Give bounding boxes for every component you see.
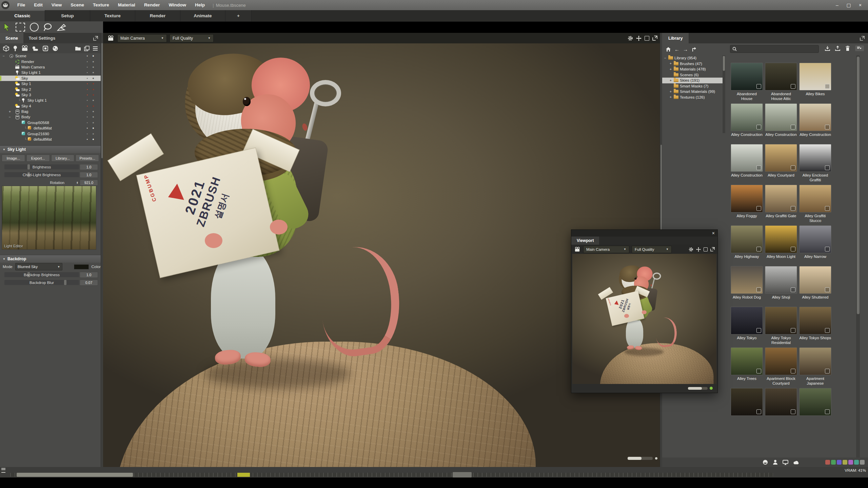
library-tab[interactable]: Library [662,33,689,43]
close-icon[interactable]: × [712,230,717,236]
visibility-toggle[interactable]: ● [91,99,95,102]
library-item[interactable]: Alley Tokyo Residential [765,307,797,346]
slider-thumb[interactable] [27,164,30,169]
visibility-toggle[interactable]: ● [91,126,95,130]
floating-viewport-window[interactable]: × Viewport Main Camera▼ Full Quality▼ [571,229,718,393]
sky-thumbnail[interactable] [731,63,763,90]
visibility-toggle[interactable]: ● [91,65,95,69]
slider-value[interactable]: 1.0 [80,164,98,170]
add-sky-icon[interactable] [32,45,39,52]
menu-item[interactable]: Scene [66,0,88,10]
folder-expander[interactable]: + [669,90,672,94]
sky-light-header[interactable]: ▼ Sky Light [0,145,101,153]
tree-expander[interactable]: − [2,54,5,58]
sky-light-button[interactable]: Image... [2,155,25,162]
sky-light-button[interactable]: Export... [26,155,50,162]
scene-tree-row[interactable]: └ defaultMat ▪ ● [0,137,101,142]
scene-tree-row[interactable]: Sky 2 ▪ ● [0,86,101,92]
slider-thumb[interactable] [27,172,30,177]
library-item[interactable]: Alley Shuttered [799,266,831,305]
polygon-lasso-icon[interactable] [57,23,66,31]
library-item[interactable]: Alley Narrow [799,225,831,264]
library-item[interactable]: Apartment Block Courtyard [765,347,797,386]
scene-tree-row[interactable]: Sky Light 1 ▪ ● [0,70,101,75]
slider-track[interactable] [4,272,79,277]
lock-toggle[interactable]: ▪ [85,54,89,58]
library-folder-row[interactable]: + Textures (126) [662,95,725,100]
add-backdrop-icon[interactable] [42,45,49,52]
sky-light-button[interactable]: Presets... [76,155,99,162]
library-folder-row[interactable]: Scenes (6) [662,72,725,78]
visibility-toggle[interactable]: ● [91,110,95,113]
sky-thumbnail[interactable] [731,347,763,375]
tag-color-chip[interactable] [825,460,830,465]
trash-icon[interactable] [845,46,850,51]
workspace-tab[interactable]: Animate [180,10,225,21]
workspace-tab[interactable]: Classic [0,10,45,21]
library-item[interactable]: Abandoned House Attic [765,63,797,102]
tree-expander[interactable]: − [8,115,12,119]
slider-track[interactable] [4,164,79,169]
library-item[interactable]: Alley Construction [765,103,797,142]
tag-color-chip[interactable] [854,460,859,465]
add-mesh-icon[interactable] [3,45,9,52]
slider-track[interactable] [4,280,79,285]
import-download-icon[interactable] [825,46,830,51]
lock-toggle[interactable]: ▪ [85,93,89,97]
sky-thumbnail[interactable] [799,347,831,375]
scene-tree-row[interactable]: Group50568 ▪ ● [0,120,101,125]
camera-select-dropdown[interactable]: Main Camera▼ [117,34,167,42]
rotation-spinner[interactable]: ▲▼ [76,181,78,184]
scene-tree-row[interactable]: Sky 1 ▪ ● [0,81,101,86]
scene-tree-row[interactable]: Main Camera ▪ ● [0,64,101,70]
lock-toggle[interactable]: ▪ [85,126,89,130]
folder-scrollbar[interactable] [723,55,725,133]
library-folder-row[interactable]: − Library (954) [662,55,725,61]
visibility-toggle[interactable]: ● [91,104,95,108]
home-icon[interactable] [666,47,671,52]
list-view-icon[interactable] [93,46,98,51]
popout-icon[interactable] [860,36,865,41]
menu-item[interactable]: Edit [29,0,47,10]
sky-thumbnail[interactable] [765,103,797,131]
folder-expander[interactable]: + [669,79,672,82]
marquee-select-icon[interactable] [16,23,25,32]
back-icon[interactable]: ← [674,47,679,52]
export-upload-icon[interactable] [835,46,840,51]
sky-thumbnail[interactable] [799,388,831,416]
lasso-select-icon[interactable] [43,23,52,31]
folder-expander[interactable]: + [669,62,672,65]
lock-toggle[interactable]: ▪ [85,138,89,141]
library-item[interactable]: Alley Courtyard [765,144,797,183]
sky-thumbnail[interactable] [799,144,831,172]
workspace-tab[interactable]: Texture [90,10,135,21]
sky-thumbnail[interactable] [799,185,831,212]
lock-toggle[interactable]: ▪ [85,77,89,80]
sky-thumbnail[interactable] [799,307,831,334]
library-item[interactable]: Alley Construction [731,103,763,142]
sky-thumbnail[interactable] [765,347,797,375]
library-item[interactable]: Abandoned House [731,63,763,102]
sort-filter-icon[interactable] [855,45,864,51]
library-folder-row[interactable]: + Skies (191) [662,78,725,83]
slider-value[interactable]: 1.0 [80,272,98,278]
scene-tree-row[interactable]: − Body ▪ ● [0,114,101,120]
library-item[interactable]: Alley Construction [799,103,831,142]
sky-thumbnail[interactable] [731,307,763,334]
quality-select-dropdown[interactable]: Full Quality▼ [170,34,214,42]
library-item[interactable]: Alley Moon Light [765,225,797,264]
timeline-scroll-thumb[interactable] [453,472,472,477]
sky-thumbnail[interactable] [765,63,797,90]
lock-toggle[interactable]: ▪ [85,60,89,63]
popout-viewport-icon[interactable] [710,247,715,251]
library-search-input[interactable] [730,45,819,53]
slider-value[interactable]: 1.0 [80,172,98,178]
sky-thumbnail[interactable] [765,144,797,172]
tag-color-chip[interactable] [831,460,836,465]
panel-tab[interactable]: Scene [0,33,23,43]
tag-color-chip[interactable] [848,460,853,465]
scene-tree-row[interactable]: Render ▪ ● [0,59,101,64]
folder-expander[interactable]: − [664,56,667,60]
popout-icon[interactable] [93,36,98,41]
workspace-tab[interactable]: Render [135,10,180,21]
